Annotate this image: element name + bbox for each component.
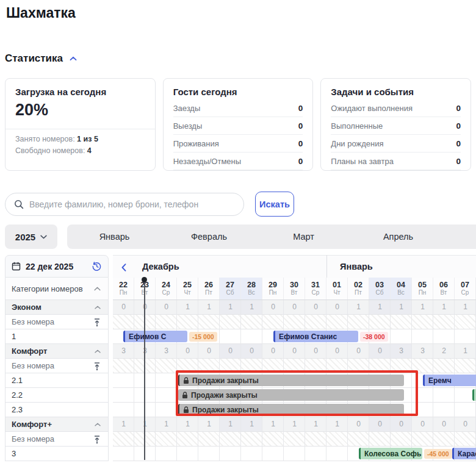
- timeline-month-header: Декабрь Январь: [113, 255, 476, 278]
- chevron-up-icon: [95, 423, 101, 426]
- availability-cell: 3: [113, 344, 134, 358]
- chevron-up-icon: [95, 350, 101, 353]
- availability-cell: 0: [305, 300, 326, 314]
- availability-cell: 1: [326, 417, 348, 431]
- category-row-comfort-plus[interactable]: Комфорт+: [5, 417, 109, 432]
- availability-cell: 0: [156, 300, 177, 314]
- availability-cell: 1: [262, 417, 284, 431]
- day-cell[interactable]: 23Вт: [134, 278, 156, 300]
- availability-cell: 0: [348, 417, 369, 431]
- availability-cell: 0: [433, 417, 455, 431]
- day-cell[interactable]: 01Чт: [326, 278, 348, 300]
- availability-cell: 2: [433, 344, 455, 358]
- booking-debt-badge: -15 000: [189, 332, 217, 342]
- birthdays-row: Дни рождения0: [331, 135, 461, 153]
- availability-cell: 1: [134, 417, 156, 431]
- availability-cell: 0: [220, 344, 241, 358]
- statistics-toggle[interactable]: Статистика: [5, 52, 77, 65]
- day-cell[interactable]: 05Пн: [412, 278, 433, 300]
- timeline-row-room-2-2[interactable]: Продажи закрыты: [113, 388, 476, 403]
- room-row-2-3[interactable]: 2.3: [5, 403, 109, 417]
- timeline-row-room-2-3[interactable]: Продажи закрыты: [113, 403, 476, 417]
- closed-sales-bar[interactable]: Продажи закрыты: [178, 375, 404, 386]
- availability-cell: 3: [156, 344, 177, 358]
- availability-cell: 0: [262, 344, 284, 358]
- availability-cell: 0: [326, 344, 348, 358]
- statistics-cards: Загрузка на сегодня 20% Занято номеров: …: [5, 78, 471, 171]
- noshows-row: Незаезды/Отмены0: [173, 153, 303, 170]
- availability-cell: 1: [412, 300, 433, 314]
- timeline-row-room-3[interactable]: Колесова Софь -45 000 Карас: [113, 447, 476, 461]
- month-tab-january[interactable]: Январь: [67, 224, 162, 249]
- day-cell[interactable]: 22Пн: [113, 278, 134, 300]
- page-title: Шахматка: [6, 5, 76, 21]
- day-cell[interactable]: 24Ср: [156, 278, 177, 300]
- booking-debt-badge: -38 000: [360, 332, 388, 342]
- day-cell[interactable]: 02Пт: [348, 278, 369, 300]
- unassigned-row-econom[interactable]: Без номера: [5, 315, 109, 329]
- availability-cell: 1: [305, 417, 326, 431]
- unassigned-row-comfort[interactable]: Без номера: [5, 359, 109, 373]
- booking-bar-cut[interactable]: [472, 389, 476, 401]
- search-box: [5, 193, 244, 216]
- booking-bar-efimov-short[interactable]: Ефимов С: [123, 331, 187, 342]
- collapse-to-bar-icon: [93, 362, 101, 370]
- day-cell[interactable]: 29Пн: [262, 278, 284, 300]
- chevron-down-icon: [40, 235, 47, 239]
- day-cell[interactable]: 27Сб: [220, 278, 241, 300]
- timeline-row-room-1[interactable]: Ефимов С -15 000 Ефимов Станис -38 000: [113, 329, 476, 344]
- booking-bar-eremch[interactable]: Еремч: [423, 375, 476, 386]
- day-cell[interactable]: 06Вт: [433, 278, 455, 300]
- days-row: 22Пн23Вт24Ср25Чт26Пт27Сб28Вс29Пн30Вт31Ср…: [113, 278, 476, 300]
- year-selector[interactable]: 2025: [5, 224, 57, 249]
- months-bar: Январь Февраль Март Апрель: [67, 224, 476, 249]
- availability-cell: 1: [220, 300, 241, 314]
- grid-date-picker[interactable]: 22 дек 2025: [5, 255, 109, 278]
- availability-cell: 1: [284, 417, 305, 431]
- history-reset-icon[interactable]: [92, 261, 102, 271]
- booking-bar-efimov-long[interactable]: Ефимов Станис: [273, 331, 358, 342]
- unassigned-timeline-row: [113, 315, 476, 329]
- search-button[interactable]: Искать: [255, 192, 294, 217]
- timeline-row-room-2-1[interactable]: Продажи закрыты Еремч: [113, 373, 476, 388]
- day-cell[interactable]: 07Ср: [455, 278, 476, 300]
- closed-sales-bar[interactable]: Продажи закрыты: [178, 404, 404, 415]
- day-cell[interactable]: 26Пт: [198, 278, 220, 300]
- month-tab-february[interactable]: Февраль: [162, 224, 256, 249]
- month-tab-march[interactable]: Март: [256, 224, 351, 249]
- category-row-econom[interactable]: Эконом: [5, 300, 109, 315]
- availability-row-comfort-plus: 11111111111000000: [113, 417, 476, 432]
- room-row-2-2[interactable]: 2.2: [5, 388, 109, 403]
- lock-icon: [182, 392, 188, 399]
- day-cell[interactable]: 03Сб: [369, 278, 391, 300]
- prev-period-button[interactable]: [118, 261, 130, 273]
- day-cell[interactable]: 31Ср: [305, 278, 326, 300]
- availability-cell: 1: [348, 300, 369, 314]
- booking-bar-kolesova[interactable]: Колесова Софь: [359, 448, 422, 459]
- room-categories-toggle[interactable]: Категории номеров: [5, 278, 109, 300]
- day-cell[interactable]: 30Вт: [284, 278, 305, 300]
- guests-card-title: Гости сегодня: [173, 87, 303, 97]
- chevron-up-icon: [95, 306, 101, 309]
- day-cell[interactable]: 28Вс: [241, 278, 262, 300]
- stays-row: Проживания0: [173, 135, 303, 153]
- chevron-up-icon: [94, 287, 101, 291]
- unassigned-row-comfort-plus[interactable]: Без номера: [5, 432, 109, 447]
- day-cell[interactable]: 25Чт: [177, 278, 198, 300]
- room-row-2-1[interactable]: 2.1: [5, 373, 109, 388]
- day-cell[interactable]: 04Вс: [391, 278, 412, 300]
- search-input[interactable]: [29, 199, 235, 209]
- unassigned-timeline-row: [113, 432, 476, 447]
- closed-sales-bar[interactable]: Продажи закрыты: [178, 389, 404, 401]
- booking-bar-karas[interactable]: Карас: [452, 448, 476, 459]
- availability-cell: 0: [369, 417, 391, 431]
- tasks-card-title: Задачи и события: [331, 87, 461, 97]
- availability-cell: 1: [156, 417, 177, 431]
- room-row-3[interactable]: 3: [5, 447, 109, 461]
- year-value: 2025: [15, 232, 35, 242]
- availability-cell: 0: [198, 344, 220, 358]
- room-row-1[interactable]: 1: [5, 329, 109, 344]
- chevron-up-icon[interactable]: [70, 56, 77, 61]
- category-row-comfort[interactable]: Комфорт: [5, 344, 109, 359]
- month-tab-april[interactable]: Апрель: [351, 224, 445, 249]
